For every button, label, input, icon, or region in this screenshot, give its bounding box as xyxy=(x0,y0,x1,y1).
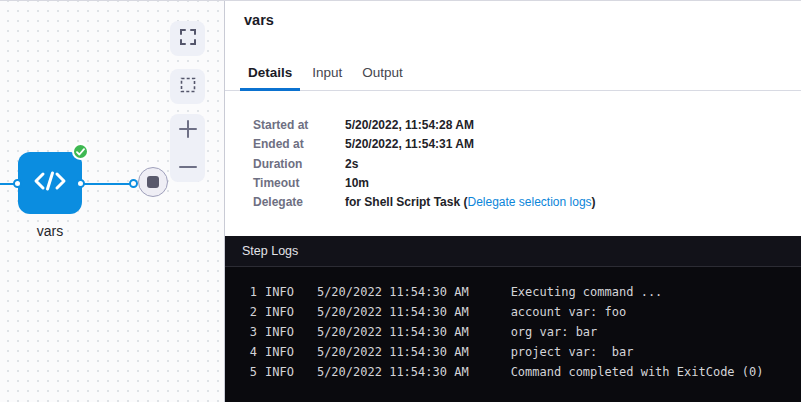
detail-row: Timeout 10m xyxy=(253,174,596,193)
detail-row: Started at 5/20/2022, 11:54:28 AM xyxy=(253,116,596,135)
log-timestamp: 5/20/2022 11:54:30 AM xyxy=(317,362,469,382)
node-port-left xyxy=(13,179,22,188)
log-timestamp: 5/20/2022 11:54:30 AM xyxy=(317,342,469,362)
fullscreen-button[interactable] xyxy=(170,21,205,56)
log-message: org var: bar xyxy=(511,322,598,342)
detail-label: Ended at xyxy=(253,135,345,154)
fullscreen-icon xyxy=(180,29,196,48)
step-logs-panel: Step Logs 1 INFO 5/20/2022 11:54:30 AM E… xyxy=(225,236,801,402)
log-message: Executing command ... xyxy=(511,282,663,302)
detail-value: 5/20/2022, 11:54:28 AM xyxy=(345,116,474,135)
tab-details[interactable]: Details xyxy=(240,57,300,91)
log-line: 5 INFO 5/20/2022 11:54:30 AM Command com… xyxy=(241,362,801,382)
tab-label: Input xyxy=(312,65,342,80)
log-level: INFO xyxy=(265,282,294,302)
node-port-right xyxy=(76,179,85,188)
tab-label: Details xyxy=(248,65,292,80)
marquee-select-button[interactable] xyxy=(170,69,205,104)
detail-value: 5/20/2022, 11:54:31 AM xyxy=(345,135,474,154)
log-timestamp: 5/20/2022 11:54:30 AM xyxy=(317,282,469,302)
zoom-out-button[interactable] xyxy=(170,148,205,182)
zoom-in-button[interactable] xyxy=(170,114,205,148)
details-list: Started at 5/20/2022, 11:54:28 AM Ended … xyxy=(253,116,596,212)
log-line-number: 5 xyxy=(241,362,257,382)
log-line: 1 INFO 5/20/2022 11:54:30 AM Executing c… xyxy=(241,282,801,302)
zoom-controls xyxy=(170,114,205,182)
step-node-vars[interactable] xyxy=(18,152,82,214)
log-line-number: 1 xyxy=(241,282,257,302)
code-icon xyxy=(33,170,67,196)
detail-label: Duration xyxy=(253,155,345,174)
log-line: 3 INFO 5/20/2022 11:54:30 AM org var: ba… xyxy=(241,322,801,342)
log-level: INFO xyxy=(265,342,294,362)
marquee-select-icon xyxy=(180,77,196,96)
detail-row: Delegate for Shell Script Task (Delegate… xyxy=(253,193,596,212)
delegate-selection-logs-link[interactable]: Delegate selection logs xyxy=(467,195,591,209)
success-check-icon xyxy=(72,143,89,160)
detail-value: for Shell Script Task (Delegate selectio… xyxy=(345,193,596,212)
log-line-number: 2 xyxy=(241,302,257,322)
log-line: 2 INFO 5/20/2022 11:54:30 AM account var… xyxy=(241,302,801,322)
node-label: vars xyxy=(10,223,90,239)
tab-label: Output xyxy=(362,65,403,80)
end-node-port xyxy=(129,179,138,188)
pipeline-execution-view: vars xyxy=(0,0,801,402)
log-level: INFO xyxy=(265,322,294,342)
log-timestamp: 5/20/2022 11:54:30 AM xyxy=(317,302,469,322)
panel-title: vars xyxy=(244,12,274,28)
log-level: INFO xyxy=(265,362,294,382)
log-message: project var: bar xyxy=(511,342,634,362)
detail-row: Duration 2s xyxy=(253,155,596,174)
log-line: 4 INFO 5/20/2022 11:54:30 AM project var… xyxy=(241,342,801,362)
end-node[interactable] xyxy=(138,167,168,197)
log-console[interactable]: 1 INFO 5/20/2022 11:54:30 AM Executing c… xyxy=(225,267,801,382)
step-logs-header: Step Logs xyxy=(225,236,801,267)
log-message: account var: foo xyxy=(511,302,627,322)
log-line-number: 4 xyxy=(241,342,257,362)
minus-icon xyxy=(179,156,197,174)
log-line-number: 3 xyxy=(241,322,257,342)
tab-input[interactable]: Input xyxy=(304,57,350,91)
log-level: INFO xyxy=(265,302,294,322)
detail-label: Delegate xyxy=(253,193,345,212)
tabs: Details Input Output xyxy=(225,57,801,91)
pipeline-canvas[interactable]: vars xyxy=(0,1,224,402)
step-logs-title: Step Logs xyxy=(242,244,298,258)
plus-icon xyxy=(179,120,197,142)
log-timestamp: 5/20/2022 11:54:30 AM xyxy=(317,322,469,342)
detail-value: 2s xyxy=(345,155,358,174)
detail-label: Timeout xyxy=(253,174,345,193)
log-message: Command completed with ExitCode (0) xyxy=(511,362,764,382)
stop-icon xyxy=(147,176,159,188)
detail-value: 10m xyxy=(345,174,369,193)
step-details-panel: vars Details Input Output Started at 5/2… xyxy=(225,1,801,402)
detail-row: Ended at 5/20/2022, 11:54:31 AM xyxy=(253,135,596,154)
tab-output[interactable]: Output xyxy=(354,57,411,91)
detail-label: Started at xyxy=(253,116,345,135)
